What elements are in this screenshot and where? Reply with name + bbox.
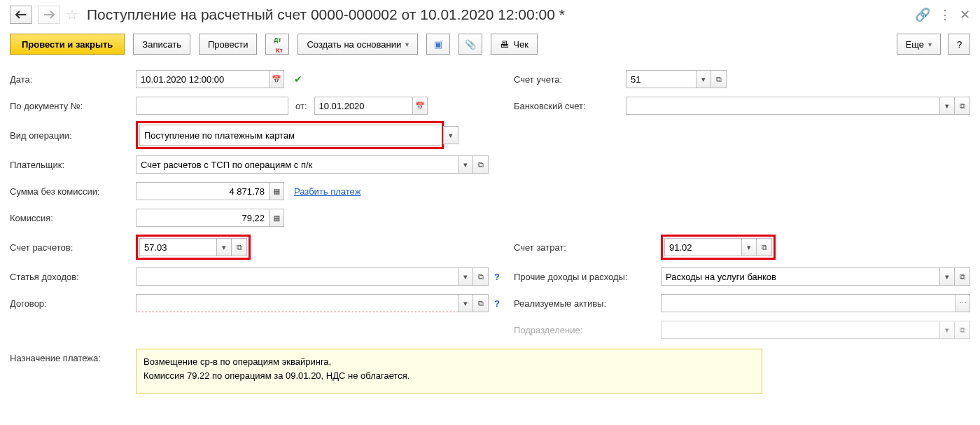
calendar-icon[interactable]: 📅 (412, 97, 428, 115)
page-title: Поступление на расчетный счет 0000-00000… (84, 6, 565, 23)
open-icon[interactable]: ⧉ (955, 97, 970, 115)
settle-acc-highlight: ▾ ⧉ (136, 235, 251, 260)
chevron-down-icon[interactable]: ▾ (458, 155, 473, 174)
chevron-down-icon: ▾ (928, 41, 932, 48)
op-type-highlight (136, 121, 444, 149)
help-button[interactable]: ? (948, 34, 970, 55)
sum-no-fee-label: Сумма без комиссии: (10, 186, 136, 197)
fee-field[interactable]: ▦ (136, 209, 284, 227)
gl-account-input[interactable] (626, 70, 696, 88)
calculator-icon[interactable]: ▦ (269, 209, 284, 227)
create-based-on-button[interactable]: Создать на основании ▾ (298, 34, 418, 55)
open-icon[interactable]: ⧉ (473, 267, 489, 286)
gl-account-label: Счет учета: (514, 74, 626, 85)
open-icon[interactable]: ⧉ (473, 155, 489, 174)
realized-assets-field[interactable]: ⋯ (661, 294, 970, 312)
op-type-field[interactable] (139, 125, 440, 146)
settle-acc-input[interactable] (139, 238, 216, 256)
open-icon[interactable]: ⧉ (711, 70, 727, 88)
chevron-down-icon[interactable]: ▾ (939, 267, 955, 286)
chevron-down-icon: ▾ (405, 41, 409, 48)
chevron-down-icon[interactable]: ▾ (458, 294, 473, 312)
window-header: ☆ Поступление на расчетный счет 0000-000… (10, 6, 970, 24)
arrow-left-icon (15, 11, 27, 19)
kebab-menu-icon[interactable]: ⋮ (939, 7, 951, 22)
save-button[interactable]: Записать (133, 34, 190, 55)
date-input[interactable] (136, 70, 269, 88)
payer-label: Плательщик: (10, 160, 136, 170)
cost-acc-label: Счет затрат: (514, 242, 661, 253)
op-type-input[interactable] (139, 125, 440, 146)
more-button[interactable]: Еще ▾ (897, 34, 941, 55)
chevron-down-icon[interactable]: ▾ (216, 238, 232, 256)
contract-label: Договор: (10, 298, 136, 309)
contract-input[interactable] (136, 294, 458, 312)
purpose-textarea[interactable] (136, 349, 762, 393)
cost-acc-field[interactable]: ▾ ⧉ (664, 238, 772, 256)
income-item-input[interactable] (136, 267, 458, 286)
gl-account-field[interactable]: ▾ ⧉ (626, 70, 727, 88)
structure-icon: ▣ (434, 39, 442, 50)
op-type-label: Вид операции: (10, 130, 136, 141)
arrow-right-icon (43, 11, 55, 19)
toolbar: Провести и закрыть Записать Провести Дт … (10, 34, 970, 55)
calendar-icon[interactable]: 📅 (269, 70, 284, 88)
open-icon[interactable]: ⧉ (232, 238, 247, 256)
cost-acc-highlight: ▾ ⧉ (661, 235, 776, 260)
nav-back-button[interactable] (10, 6, 32, 24)
check-button[interactable]: 🖶 Чек (491, 34, 538, 55)
other-ie-input[interactable] (661, 267, 939, 286)
post-button[interactable]: Провести (199, 34, 258, 55)
help-hint-icon[interactable]: ? (494, 298, 500, 309)
date-field[interactable]: 📅 (136, 70, 284, 88)
from-label: от: (295, 101, 307, 111)
nav-forward-button[interactable] (38, 6, 60, 24)
realized-assets-input[interactable] (661, 294, 955, 312)
bank-account-field[interactable]: ▾ ⧉ (626, 97, 970, 115)
from-date-field[interactable]: 📅 (314, 97, 428, 115)
payer-field[interactable]: ▾ ⧉ (136, 155, 489, 174)
attachment-button[interactable]: 📎 (458, 34, 482, 55)
open-icon[interactable]: ⧉ (757, 238, 772, 256)
other-ie-field[interactable]: ▾ ⧉ (661, 267, 970, 286)
dt-kt-button[interactable]: Дт Кт (265, 34, 289, 55)
settle-acc-field[interactable]: ▾ ⧉ (139, 238, 247, 256)
income-item-label: Статья доходов: (10, 272, 136, 282)
income-item-field[interactable]: ▾ ⧉ (136, 267, 489, 286)
favorite-star-icon[interactable]: ☆ (66, 6, 78, 23)
chevron-down-icon[interactable]: ▾ (458, 267, 473, 286)
calculator-icon[interactable]: ▦ (269, 182, 284, 200)
department-input (661, 321, 939, 339)
paperclip-icon: 📎 (465, 39, 476, 50)
contract-field[interactable]: ▾ ⧉ (136, 294, 489, 312)
purpose-label: Назначение платежа: (10, 349, 136, 363)
cost-acc-input[interactable] (664, 238, 741, 256)
chevron-down-icon[interactable]: ▾ (696, 70, 711, 88)
chevron-down-icon[interactable]: ▾ (939, 97, 955, 115)
payer-input[interactable] (136, 155, 458, 174)
open-icon: ⧉ (955, 321, 970, 339)
op-type-dropdown[interactable]: ▾ (443, 126, 458, 144)
post-and-close-button[interactable]: Провести и закрыть (10, 34, 125, 55)
ellipsis-icon[interactable]: ⋯ (955, 294, 970, 312)
structure-button[interactable]: ▣ (426, 34, 450, 55)
open-icon[interactable]: ⧉ (473, 294, 489, 312)
open-icon[interactable]: ⧉ (955, 267, 970, 286)
department-field: ▾ ⧉ (661, 321, 970, 339)
date-label: Дата: (10, 74, 136, 85)
form-body: Дата: 📅 ✔ Счет учета: ▾ ⧉ По документу №… (10, 66, 970, 393)
sum-no-fee-input[interactable] (136, 182, 269, 200)
link-icon[interactable]: 🔗 (915, 7, 930, 22)
chevron-down-icon[interactable]: ▾ (741, 238, 757, 256)
doc-no-input[interactable] (136, 97, 288, 115)
department-label: Подразделение: (514, 325, 661, 335)
help-hint-icon[interactable]: ? (494, 272, 500, 282)
other-ie-label: Прочие доходы и расходы: (514, 272, 661, 282)
split-payment-link[interactable]: Разбить платеж (294, 186, 360, 197)
sum-no-fee-field[interactable]: ▦ (136, 182, 284, 200)
chevron-down-icon[interactable]: ▾ (443, 126, 458, 144)
from-date-input[interactable] (314, 97, 412, 115)
bank-account-input[interactable] (626, 97, 939, 115)
fee-input[interactable] (136, 209, 269, 227)
close-icon[interactable]: ✕ (960, 7, 970, 22)
